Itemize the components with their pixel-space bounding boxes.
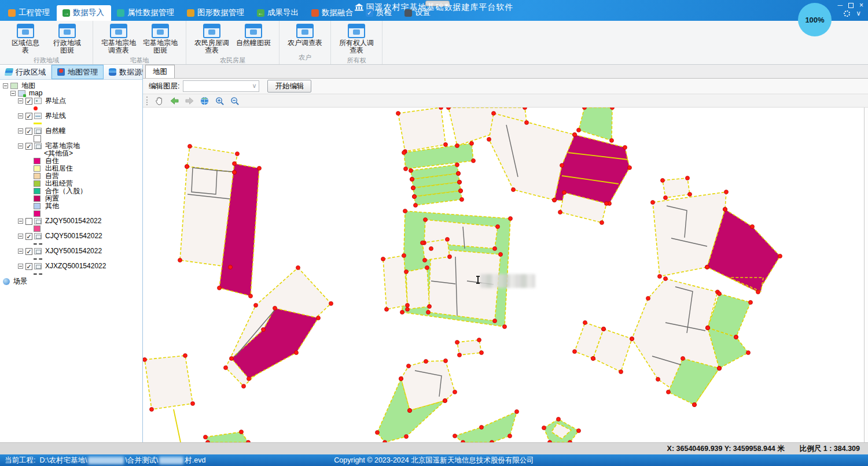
zoom-badge[interactable]: 100% [798, 3, 832, 36]
layer-visibility-checkbox[interactable]: ✓ [25, 98, 32, 105]
boundary-vertex-dot[interactable] [424, 360, 428, 364]
ribbon-button-自然幢图斑[interactable]: 自然幢图斑 [233, 23, 274, 54]
tree-node-CJQY5001542022[interactable]: ✓CJQY5001542022 [0, 232, 142, 240]
boundary-vertex-dot[interactable] [329, 302, 333, 306]
boundary-vertex-dot[interactable] [399, 377, 403, 381]
boundary-vertex-dot[interactable] [188, 145, 192, 149]
boundary-vertex-dot[interactable] [424, 218, 428, 222]
tree-node-map[interactable]: map [0, 90, 142, 97]
boundary-vertex-dot[interactable] [229, 265, 233, 269]
boundary-vertex-dot[interactable] [446, 238, 450, 242]
boundary-vertex-dot[interactable] [453, 434, 457, 438]
boundary-vertex-dot[interactable] [553, 198, 557, 202]
boundary-vertex-dot[interactable] [610, 139, 614, 143]
ribbon-button-所有权人调查表[interactable]: 所有权人调查表 [336, 23, 377, 54]
tree-node-XJQY5001542022[interactable]: ✓XJQY5001542022 [0, 247, 142, 255]
boundary-vertex-dot[interactable] [509, 217, 513, 221]
boundary-vertex-dot[interactable] [686, 176, 690, 180]
menu-item-成果导出[interactable]: ←成果导出 [251, 5, 306, 21]
boundary-vertex-dot[interactable] [403, 209, 407, 213]
boundary-vertex-dot[interactable] [458, 353, 462, 357]
tree-node-自然幢[interactable]: ✓自然幢 [0, 127, 142, 135]
boundary-vertex-dot[interactable] [429, 247, 433, 251]
boundary-vertex-dot[interactable] [480, 351, 484, 355]
boundary-vertex-dot[interactable] [143, 358, 147, 362]
boundary-vertex-dot[interactable] [508, 434, 512, 438]
boundary-vertex-dot[interactable] [204, 435, 208, 439]
boundary-vertex-dot[interactable] [443, 399, 447, 403]
parcel-parcel[interactable] [398, 108, 446, 151]
boundary-vertex-dot[interactable] [619, 370, 623, 374]
boundary-vertex-dot[interactable] [414, 204, 418, 208]
boundary-vertex-dot[interactable] [406, 308, 410, 312]
boundary-vertex-dot[interactable] [230, 357, 234, 361]
parcel-green[interactable] [579, 108, 612, 140]
parcel-parcel[interactable] [422, 239, 450, 260]
layer-visibility-checkbox[interactable] [25, 218, 32, 225]
sidebar-tab-地图管理[interactable]: 地图管理 [52, 65, 104, 79]
menu-item-质检[interactable]: ✓质检 [360, 5, 399, 21]
menu-item-设置[interactable]: 设置 [399, 5, 437, 21]
boundary-vertex-dot[interactable] [240, 430, 244, 434]
parcel-parcel[interactable] [406, 268, 429, 309]
layer-visibility-checkbox[interactable]: ✓ [25, 233, 32, 240]
boundary-vertex-dot[interactable] [667, 390, 671, 394]
boundary-vertex-dot[interactable] [457, 172, 461, 176]
boundary-vertex-dot[interactable] [664, 277, 668, 281]
boundary-vertex-dot[interactable] [455, 163, 459, 167]
tree-node-场景[interactable]: 场景 [0, 278, 142, 285]
boundary-vertex-dot[interactable] [470, 142, 474, 146]
boundary-vertex-dot[interactable] [583, 321, 587, 325]
boundary-vertex-dot[interactable] [515, 410, 519, 414]
boundary-vertex-dot[interactable] [661, 179, 665, 183]
boundary-vertex-dot[interactable] [746, 351, 751, 355]
boundary-vertex-dot[interactable] [600, 221, 604, 225]
boundary-vertex-dot[interactable] [262, 328, 266, 332]
boundary-vertex-dot[interactable] [512, 188, 516, 192]
boundary-vertex-dot[interactable] [455, 144, 459, 148]
collapse-expander-icon[interactable] [3, 83, 8, 88]
boundary-vertex-dot[interactable] [396, 112, 400, 116]
ribbon-button-行政地域图斑[interactable]: 行政地域图斑 [46, 23, 88, 54]
menu-item-数据导入[interactable]: →数据导入 [57, 5, 111, 21]
layer-visibility-checkbox[interactable]: ✓ [25, 248, 32, 255]
boundary-vertex-dot[interactable] [734, 335, 738, 339]
boundary-vertex-dot[interactable] [751, 225, 755, 229]
layer-visibility-checkbox[interactable]: ✓ [25, 128, 32, 135]
boundary-vertex-dot[interactable] [444, 143, 448, 147]
parcel-parcel[interactable] [383, 256, 407, 309]
edit-layer-combobox[interactable]: ∨ [183, 80, 259, 92]
collapse-expander-icon[interactable] [18, 143, 23, 149]
ribbon-collapse-chevron-icon[interactable]: ∨ [856, 9, 861, 17]
layer-visibility-checkbox[interactable]: ✓ [25, 263, 32, 270]
boundary-vertex-dot[interactable] [646, 297, 650, 301]
boundary-vertex-dot[interactable] [455, 341, 459, 345]
boundary-vertex-dot[interactable] [185, 165, 189, 169]
boundary-vertex-dot[interactable] [778, 254, 782, 258]
boundary-vertex-dot[interactable] [705, 265, 709, 269]
ribbon-button-区域信息表[interactable]: 区域信息表 [5, 23, 46, 54]
boundary-vertex-dot[interactable] [558, 210, 562, 214]
collapse-expander-icon[interactable] [18, 234, 23, 239]
boundary-vertex-dot[interactable] [448, 255, 452, 259]
boundary-vertex-dot[interactable] [453, 390, 457, 394]
boundary-vertex-dot[interactable] [249, 294, 253, 298]
boundary-vertex-dot[interactable] [499, 253, 503, 257]
ribbon-button-宅基地宗地图斑[interactable]: 宅基地宗地图斑 [139, 23, 181, 54]
boundary-vertex-dot[interactable] [573, 133, 577, 137]
pan-hand-icon[interactable] [155, 96, 164, 106]
boundary-vertex-dot[interactable] [724, 190, 729, 194]
boundary-vertex-dot[interactable] [258, 167, 262, 171]
boundary-vertex-dot[interactable] [236, 152, 240, 156]
boundary-vertex-dot[interactable] [402, 151, 406, 155]
tab-map[interactable]: 地图 [145, 65, 175, 78]
boundary-vertex-dot[interactable] [723, 208, 727, 212]
boundary-vertex-dot[interactable] [273, 306, 277, 310]
boundary-vertex-dot[interactable] [413, 195, 417, 199]
boundary-vertex-dot[interactable] [493, 319, 497, 323]
boundary-vertex-dot[interactable] [400, 310, 404, 315]
boundary-vertex-dot[interactable] [577, 429, 581, 433]
boundary-vertex-dot[interactable] [317, 316, 321, 320]
boundary-vertex-dot[interactable] [628, 166, 632, 170]
boundary-vertex-dot[interactable] [605, 202, 609, 206]
